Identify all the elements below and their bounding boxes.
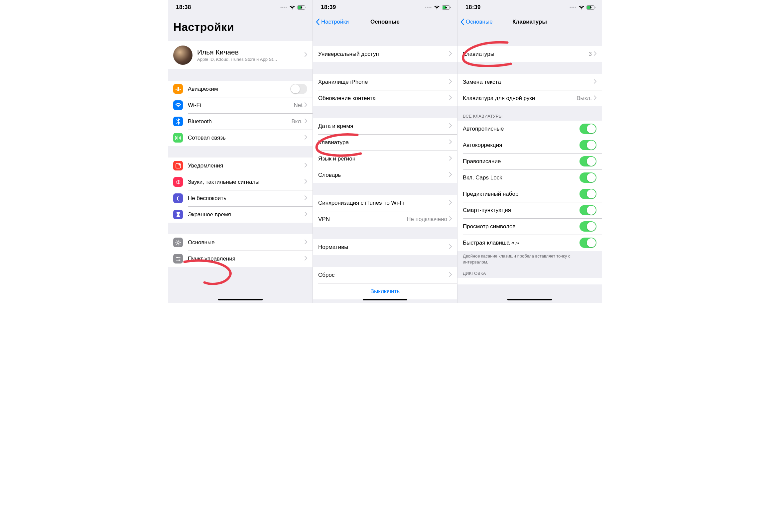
status-time: 18:39	[321, 4, 336, 11]
wifi-icon	[289, 5, 295, 10]
row-wifi[interactable]: Wi-Fi Net	[168, 97, 312, 113]
toggle-switch[interactable]	[580, 189, 597, 199]
row-toggle-0[interactable]: Автопрописные	[458, 121, 602, 137]
row-toggle-3[interactable]: Вкл. Caps Lock	[458, 169, 602, 186]
row-label: Уведомления	[188, 162, 304, 169]
row-sounds[interactable]: Звуки, тактильные сигналы	[168, 174, 312, 190]
row-text-replacement[interactable]: Замена текста	[458, 74, 602, 90]
svg-rect-2	[305, 7, 306, 8]
svg-point-5	[177, 242, 179, 244]
svg-rect-10	[450, 7, 451, 8]
row-screen-time[interactable]: Экранное время	[168, 206, 312, 223]
row-toggle-2[interactable]: Правописание	[458, 153, 602, 169]
chevron-right-icon	[594, 95, 597, 101]
row-label: Экранное время	[188, 211, 304, 218]
row-detail: Вкл.	[291, 118, 302, 125]
nav-bar: Настройки Основные	[313, 15, 457, 29]
moon-icon	[173, 193, 183, 203]
row-dictation-partial[interactable]	[458, 278, 602, 284]
row-accessibility[interactable]: Универсальный доступ	[313, 46, 457, 62]
row-toggle-7[interactable]: Быстрая клавиша «.»	[458, 235, 602, 251]
row-label: Нормативы	[318, 244, 449, 251]
row-shutdown[interactable]: Выключить	[313, 283, 457, 299]
row-toggle-6[interactable]: Просмотр символов	[458, 218, 602, 235]
back-label: Основные	[466, 19, 493, 25]
row-keyboard[interactable]: Клавиатура	[313, 134, 457, 151]
row-label: Автокоррекция	[463, 142, 580, 149]
settings-root-pane: 18:38 •••• Настройки Илья Кичаев Apple I…	[168, 0, 312, 303]
row-dictionary[interactable]: Словарь	[313, 167, 457, 183]
toggle-switch[interactable]	[580, 156, 597, 166]
bluetooth-icon	[173, 117, 183, 126]
status-bar: 18:39 ••••	[458, 0, 602, 15]
row-iphone-storage[interactable]: Хранилище iPhone	[313, 74, 457, 90]
row-vpn[interactable]: VPN Не подключено	[313, 211, 457, 227]
row-language-region[interactable]: Язык и регион	[313, 151, 457, 167]
status-time: 18:39	[466, 4, 481, 11]
row-label: Авиарежим	[188, 86, 290, 92]
home-indicator[interactable]	[507, 299, 552, 300]
row-control-center[interactable]: Пункт управления	[168, 251, 312, 267]
sounds-icon	[173, 177, 183, 187]
chevron-right-icon	[304, 240, 307, 246]
chevron-right-icon	[304, 119, 307, 125]
chevron-right-icon	[449, 79, 452, 85]
row-label: Замена текста	[463, 79, 594, 85]
row-cellular[interactable]: Сотовая связь	[168, 130, 312, 146]
chevron-left-icon	[461, 19, 465, 25]
row-do-not-disturb[interactable]: Не беспокоить	[168, 190, 312, 206]
chevron-right-icon	[449, 140, 452, 146]
home-indicator[interactable]	[363, 299, 407, 300]
toggle-switch[interactable]	[580, 221, 597, 232]
svg-rect-13	[595, 7, 596, 8]
chevron-right-icon	[304, 179, 307, 185]
row-keyboards[interactable]: Клавиатуры 3	[458, 46, 602, 62]
row-notifications[interactable]: Уведомления	[168, 158, 312, 174]
row-detail: Не подключено	[407, 216, 447, 223]
section-header-all-keyboards: ВСЕ КЛАВИАТУРЫ	[458, 106, 602, 121]
row-reset[interactable]: Сброс	[313, 267, 457, 283]
chevron-right-icon	[304, 256, 307, 262]
toggle-switch[interactable]	[580, 238, 597, 248]
row-toggle-1[interactable]: Автокоррекция	[458, 137, 602, 153]
row-general[interactable]: Основные	[168, 234, 312, 251]
row-background-refresh[interactable]: Обновление контента	[313, 90, 457, 106]
back-button[interactable]: Настройки	[313, 19, 349, 25]
row-regulatory[interactable]: Нормативы	[313, 239, 457, 255]
row-label: Bluetooth	[188, 118, 291, 125]
row-toggle-5[interactable]: Смарт-пунктуация	[458, 202, 602, 218]
row-label: Язык и регион	[318, 156, 449, 162]
wifi-settings-icon	[173, 100, 183, 110]
back-button[interactable]: Основные	[458, 19, 493, 25]
row-toggle-4[interactable]: Предиктивный набор	[458, 186, 602, 202]
toggle-switch[interactable]	[580, 172, 597, 183]
row-label: Клавиатуры	[463, 51, 589, 57]
toggle-switch[interactable]	[580, 205, 597, 215]
row-label: Синхронизация с iTunes по Wi-Fi	[318, 200, 449, 206]
sliders-icon	[173, 254, 183, 264]
cellular-icon	[173, 133, 183, 143]
chevron-right-icon	[449, 244, 452, 250]
page-title: Настройки	[168, 15, 312, 36]
chevron-right-icon	[304, 212, 307, 218]
row-detail: Net	[294, 102, 302, 109]
notifications-icon	[173, 161, 183, 170]
home-indicator[interactable]	[218, 299, 263, 300]
row-label: Автопрописные	[463, 126, 580, 132]
chevron-right-icon	[449, 156, 452, 162]
row-airplane-mode[interactable]: Авиарежим	[168, 81, 312, 97]
row-label: Дата и время	[318, 123, 449, 130]
toggle-switch[interactable]	[580, 140, 597, 150]
row-date-time[interactable]: Дата и время	[313, 118, 457, 134]
toggle-switch[interactable]	[580, 124, 597, 134]
svg-point-6	[176, 257, 178, 258]
chevron-right-icon	[449, 51, 452, 57]
row-label: Словарь	[318, 172, 449, 178]
airplane-toggle[interactable]	[290, 84, 307, 94]
apple-id-cell[interactable]: Илья Кичаев Apple ID, iCloud, iTunes Sto…	[168, 41, 312, 69]
status-time: 18:38	[176, 4, 191, 11]
row-label: Сотовая связь	[188, 135, 304, 141]
row-one-handed[interactable]: Клавиатура для одной руки Выкл.	[458, 90, 602, 106]
row-bluetooth[interactable]: Bluetooth Вкл.	[168, 113, 312, 130]
row-itunes-wifi-sync[interactable]: Синхронизация с iTunes по Wi-Fi	[313, 195, 457, 211]
